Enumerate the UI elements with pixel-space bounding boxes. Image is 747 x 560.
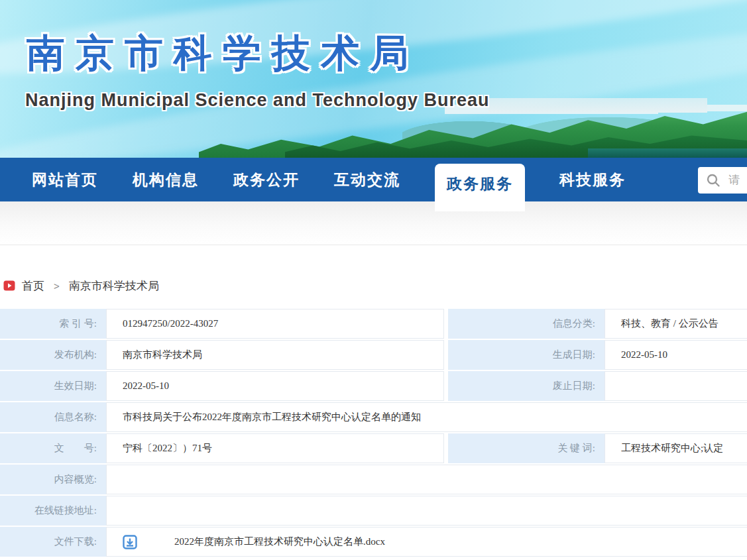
field-label-index-no: 索 引 号: bbox=[0, 309, 106, 339]
breadcrumb-separator: > bbox=[54, 280, 60, 292]
nav-item-gov-disclosure[interactable]: 政务公开 bbox=[233, 158, 300, 201]
search-box[interactable] bbox=[698, 167, 747, 194]
field-value-info-name: 市科技局关于公布2022年度南京市工程技术研究中心认定名单的通知 bbox=[106, 402, 747, 432]
nav-item-organization[interactable]: 机构信息 bbox=[133, 158, 199, 201]
search-icon[interactable] bbox=[706, 173, 720, 188]
field-label-repeal-date: 废止日期: bbox=[448, 371, 604, 401]
field-value-publisher: 南京市科学技术局 bbox=[106, 340, 444, 370]
water-graphic bbox=[588, 148, 747, 158]
nav-item-interaction[interactable]: 互动交流 bbox=[334, 158, 400, 201]
site-title-english: Nanjing Municipal Science and Technology… bbox=[25, 90, 490, 111]
field-label-online-link: 在线链接地址: bbox=[0, 496, 106, 526]
nav-item-tech-services[interactable]: 科技服务 bbox=[559, 158, 626, 201]
field-label-effective-date: 生效日期: bbox=[0, 371, 106, 401]
field-label-info-name: 信息名称: bbox=[0, 402, 106, 432]
document-info-table: 索 引 号: 012947250/2022-43027 信息分类: 科技、教育 … bbox=[0, 309, 747, 557]
field-value-doc-no: 宁科〔2022〕）71号 bbox=[106, 433, 444, 463]
breadcrumb: 首页 > 南京市科学技术局 bbox=[3, 278, 747, 293]
field-value-effective-date: 2022-05-10 bbox=[106, 371, 444, 401]
nav-item-home[interactable]: 网站首页 bbox=[32, 158, 98, 201]
field-label-create-date: 生成日期: bbox=[448, 340, 604, 370]
nav-item-gov-services-active[interactable]: 政务服务 bbox=[435, 164, 525, 211]
field-value-create-date: 2022-05-10 bbox=[604, 340, 747, 370]
field-value-online-link bbox=[106, 496, 747, 526]
header-banner: 南京市科学技术局 Nanjing Municipal Science and T… bbox=[0, 0, 747, 158]
search-input[interactable] bbox=[728, 174, 747, 187]
main-navigation: 网站首页 机构信息 政务公开 互动交流 政务服务 科技服务 bbox=[0, 158, 747, 201]
download-icon[interactable] bbox=[123, 535, 137, 549]
field-label-publisher: 发布机构: bbox=[0, 340, 106, 370]
nav-sub-strip bbox=[0, 201, 747, 245]
field-label-file-download: 文件下载: bbox=[0, 527, 106, 557]
field-value-keywords: 工程技术研究中心;认定 bbox=[604, 433, 747, 463]
breadcrumb-home-link[interactable]: 首页 bbox=[22, 278, 44, 294]
field-label-doc-no: 文 号: bbox=[0, 433, 106, 463]
field-label-content-overview: 内容概览: bbox=[0, 465, 106, 494]
breadcrumb-current-link[interactable]: 南京市科学技术局 bbox=[69, 278, 159, 294]
field-value-content-overview bbox=[106, 465, 747, 494]
breadcrumb-play-icon bbox=[3, 280, 15, 292]
field-label-info-category: 信息分类: bbox=[448, 309, 604, 339]
download-file-link[interactable]: 2022年度南京市工程技术研究中心认定名单.docx bbox=[174, 535, 385, 548]
field-value-file-download: 2022年度南京市工程技术研究中心认定名单.docx bbox=[106, 527, 747, 557]
field-value-info-category: 科技、教育 / 公示公告 bbox=[604, 309, 747, 339]
field-value-repeal-date bbox=[604, 371, 747, 401]
site-title-chinese: 南京市科学技术局 bbox=[27, 28, 419, 80]
field-value-index-no: 012947250/2022-43027 bbox=[106, 309, 444, 339]
city-skyline-graphic bbox=[488, 98, 707, 113]
field-label-keywords: 关 键 词: bbox=[448, 433, 604, 463]
